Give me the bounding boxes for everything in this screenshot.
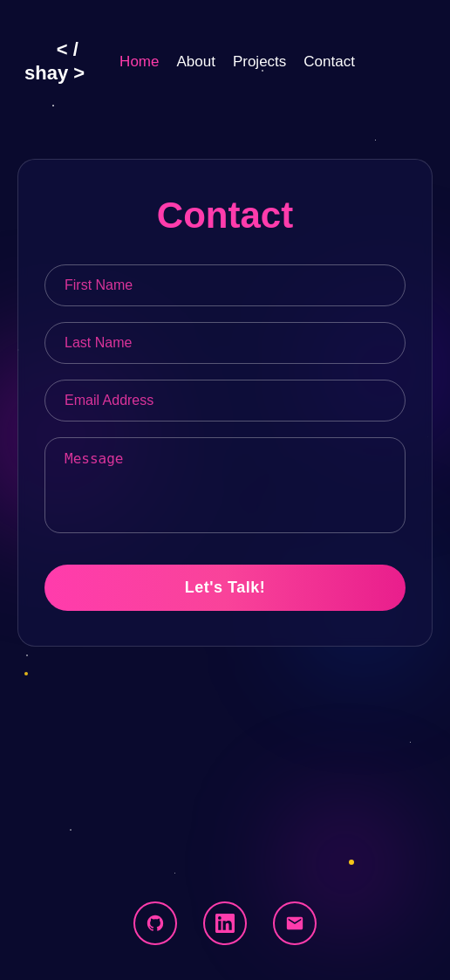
email-button[interactable] xyxy=(273,901,317,945)
github-button[interactable] xyxy=(133,901,177,945)
contact-card: Contact Let's Talk! xyxy=(17,159,433,647)
contact-title: Contact xyxy=(44,195,406,236)
message-group xyxy=(44,437,406,537)
email-icon xyxy=(285,914,304,933)
submit-button[interactable]: Let's Talk! xyxy=(44,565,406,611)
first-name-group xyxy=(44,264,406,306)
message-textarea[interactable] xyxy=(44,437,406,533)
nav-link-about[interactable]: About xyxy=(176,53,215,71)
nav-link-projects[interactable]: Projects xyxy=(233,53,286,71)
first-name-input[interactable] xyxy=(44,264,406,306)
email-input[interactable] xyxy=(44,380,406,421)
header: < / shay > Home About Projects Contact xyxy=(0,0,450,124)
footer xyxy=(0,875,450,980)
logo: < / shay > xyxy=(24,16,85,108)
nav-link-contact[interactable]: Contact xyxy=(303,53,355,71)
nav-link-home[interactable]: Home xyxy=(119,53,159,71)
github-icon xyxy=(146,914,165,933)
linkedin-button[interactable] xyxy=(203,901,247,945)
linkedin-icon xyxy=(215,914,235,933)
main-content: Contact Let's Talk! xyxy=(0,124,450,875)
last-name-group xyxy=(44,322,406,364)
last-name-input[interactable] xyxy=(44,322,406,364)
nav: Home About Projects Contact xyxy=(119,53,355,71)
email-group xyxy=(44,380,406,421)
